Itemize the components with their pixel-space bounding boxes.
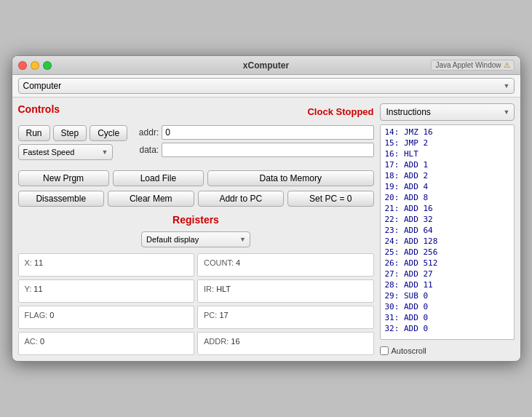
controls-header: Controls Clock Stopped bbox=[18, 103, 374, 119]
instruction-item: 18: ADD 2 bbox=[381, 170, 514, 181]
content-area: Controls Clock Stopped Run Step Cycle Fa… bbox=[12, 98, 520, 361]
reg-ir-label: IR: bbox=[204, 285, 216, 293]
reg-addr-label: ADDR: bbox=[204, 337, 231, 346]
registers-title: Registers bbox=[18, 214, 374, 226]
instructions-select[interactable]: Instructions Memory Stack bbox=[380, 103, 515, 121]
btn-row-2: Disassemble Clear Mem Addr to PC Set PC … bbox=[18, 191, 374, 207]
addr-label: addr: bbox=[131, 127, 159, 138]
reg-flag-value: 0 bbox=[49, 311, 54, 319]
reg-addr-value: 16 bbox=[231, 337, 239, 346]
reg-cell-y: Y: 11 bbox=[18, 279, 195, 303]
data-label: data: bbox=[131, 145, 159, 155]
java-badge: Java Applet Window ⚠ bbox=[431, 60, 514, 71]
reg-cell-ir: IR: HLT bbox=[197, 279, 374, 303]
reg-cell-ac: AC: 0 bbox=[18, 332, 195, 355]
right-panel: Instructions Memory Stack ▼ 14: JMZ 1615… bbox=[380, 103, 515, 355]
reg-pc-label: PC: bbox=[204, 311, 219, 319]
instruction-item: 25: ADD 256 bbox=[381, 247, 514, 258]
reg-ir-value: HLT bbox=[216, 285, 231, 293]
computer-select[interactable]: Computer bbox=[18, 78, 515, 94]
window-title: xComputer bbox=[243, 60, 289, 71]
new-prgm-button[interactable]: New Prgm bbox=[18, 170, 109, 186]
display-select-container: Default display Hex display Binary displ… bbox=[141, 231, 250, 247]
instructions-list[interactable]: 14: JMZ 1615: JMP 216: HLT17: ADD 118: A… bbox=[380, 124, 515, 340]
reg-cell-x: X: 11 bbox=[18, 253, 195, 277]
run-button[interactable]: Run bbox=[18, 125, 50, 141]
speed-select[interactable]: Fastest SpeedFast SpeedMedium SpeedSlow … bbox=[18, 144, 113, 160]
reg-y-value: 11 bbox=[33, 285, 42, 293]
data-row: data: bbox=[131, 143, 373, 157]
btn-row-1: New Prgm Load File Data to Memory bbox=[18, 170, 374, 186]
reg-x-label: X: bbox=[25, 258, 34, 267]
reg-cell-pc: PC: 17 bbox=[197, 306, 374, 329]
registers-section: Registers Default display Hex display Bi… bbox=[18, 214, 374, 355]
instruction-item: 24: ADD 128 bbox=[381, 236, 514, 247]
autoscroll-checkbox[interactable] bbox=[380, 346, 389, 355]
cycle-button[interactable]: Cycle bbox=[90, 125, 127, 141]
instruction-item: 21: ADD 16 bbox=[381, 203, 514, 214]
instruction-item: 19: ADD 4 bbox=[381, 181, 514, 192]
reg-ac-value: 0 bbox=[40, 337, 44, 346]
display-select-wrapper: Default display Hex display Binary displ… bbox=[18, 231, 374, 247]
instruction-item: 29: SUB 0 bbox=[381, 290, 514, 301]
addr-data-section: addr: data: bbox=[131, 125, 373, 160]
instruction-item: 31: ADD 0 bbox=[381, 312, 514, 323]
reg-count-value: 4 bbox=[236, 258, 240, 267]
registers-grid: X: 11 COUNT: 4 Y: 11 IR: HLT bbox=[18, 253, 374, 355]
computer-select-bar: Computer ▼ bbox=[12, 75, 520, 98]
computer-select-wrapper: Computer ▼ bbox=[18, 78, 515, 94]
instruction-item: 27: ADD 27 bbox=[381, 269, 514, 279]
instruction-item: 14: JMZ 16 bbox=[381, 127, 514, 138]
reg-y-label: Y: bbox=[25, 285, 34, 293]
instruction-item: 22: ADD 32 bbox=[381, 214, 514, 225]
instruction-item: 16: HLT bbox=[381, 148, 514, 159]
instruction-item: 28: ADD 11 bbox=[381, 279, 514, 290]
left-panel: Controls Clock Stopped Run Step Cycle Fa… bbox=[18, 103, 374, 355]
warning-icon: ⚠ bbox=[504, 61, 510, 69]
addr-row: addr: bbox=[131, 125, 373, 140]
reg-pc-value: 17 bbox=[219, 311, 228, 319]
instruction-item: 20: ADD 8 bbox=[381, 192, 514, 203]
maximize-button[interactable] bbox=[43, 61, 52, 70]
instruction-item: 23: ADD 64 bbox=[381, 225, 514, 236]
reg-cell-addr: ADDR: 16 bbox=[197, 332, 374, 355]
clear-mem-button[interactable]: Clear Mem bbox=[108, 191, 194, 207]
instruction-item: 32: ADD 0 bbox=[381, 323, 514, 334]
close-button[interactable] bbox=[18, 61, 27, 70]
reg-cell-count: COUNT: 4 bbox=[197, 253, 374, 277]
minimize-button[interactable] bbox=[31, 61, 39, 70]
instruction-item: 30: ADD 0 bbox=[381, 301, 514, 312]
reg-x-value: 11 bbox=[34, 258, 43, 267]
speed-row: Fastest SpeedFast SpeedMedium SpeedSlow … bbox=[18, 144, 128, 160]
data-input[interactable] bbox=[162, 143, 373, 157]
clock-status: Clock Stopped bbox=[307, 106, 373, 117]
addr-input[interactable] bbox=[162, 125, 373, 140]
addr-to-pc-button[interactable]: Addr to PC bbox=[198, 191, 285, 207]
instruction-item: 15: JMP 2 bbox=[381, 138, 514, 148]
java-badge-text: Java Applet Window bbox=[435, 61, 501, 69]
autoscroll-label: Autoscroll bbox=[392, 346, 426, 355]
set-pc-button[interactable]: Set PC = 0 bbox=[287, 191, 374, 207]
reg-cell-flag: FLAG: 0 bbox=[18, 306, 195, 329]
step-button[interactable]: Step bbox=[53, 125, 87, 141]
reg-count-label: COUNT: bbox=[204, 258, 236, 267]
autoscroll-row: Autoscroll bbox=[380, 346, 515, 355]
reg-ac-label: AC: bbox=[25, 337, 40, 346]
controls-title: Controls bbox=[18, 103, 60, 115]
main-window: xComputer Java Applet Window ⚠ Computer … bbox=[12, 55, 521, 362]
reg-flag-label: FLAG: bbox=[25, 311, 50, 319]
instruction-item: 26: ADD 512 bbox=[381, 258, 514, 269]
disassemble-button[interactable]: Disassemble bbox=[18, 191, 105, 207]
load-file-button[interactable]: Load File bbox=[113, 170, 204, 186]
display-select[interactable]: Default display Hex display Binary displ… bbox=[141, 231, 250, 247]
instruction-item: 17: ADD 1 bbox=[381, 159, 514, 170]
speed-wrapper: Fastest SpeedFast SpeedMedium SpeedSlow … bbox=[18, 144, 113, 160]
window-controls bbox=[18, 61, 52, 70]
run-step-cycle: Run Step Cycle bbox=[18, 125, 128, 141]
instructions-select-wrapper: Instructions Memory Stack ▼ bbox=[380, 103, 515, 121]
controls-row1: Run Step Cycle Fastest SpeedFast SpeedMe… bbox=[18, 125, 374, 166]
title-bar: xComputer Java Applet Window ⚠ bbox=[12, 56, 520, 75]
data-to-memory-button[interactable]: Data to Memory bbox=[207, 170, 374, 186]
